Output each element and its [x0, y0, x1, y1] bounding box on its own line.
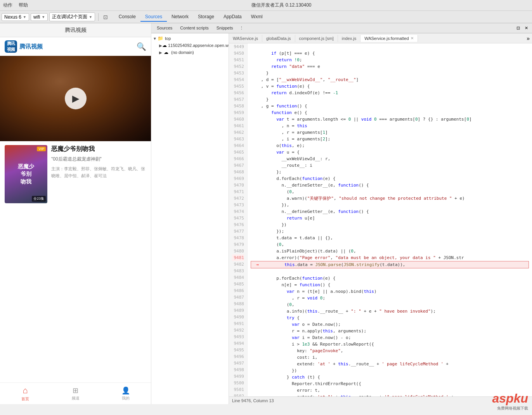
menu-bar: 动作 帮助 微信开发者工具 0.12.130400 — [0, 0, 532, 11]
tab-storage[interactable]: Storage — [193, 12, 219, 22]
status-text: Line 9476, Column 13 — [232, 398, 274, 403]
tab-network[interactable]: Network — [167, 12, 193, 22]
tree-item-top[interactable]: ▼ 📁 top — [151, 35, 229, 42]
devtools-body: ▼ 📁 top ▶ ☁ 1150254092.appservice.open.w… — [151, 33, 532, 404]
code-tab-component-label: component.js [sm] — [299, 36, 334, 41]
nav-home[interactable]: ⌂ 首页 — [0, 383, 50, 404]
nav-channel-label: 频道 — [72, 396, 80, 401]
device-chevron-icon: ▼ — [23, 15, 26, 19]
close-devtools-icon[interactable]: ✕ — [522, 25, 530, 31]
code-tab-index-label: index.js — [342, 36, 356, 41]
icon-cloud: ☁ — [162, 43, 167, 48]
device-label: Nexus 6 — [4, 14, 21, 20]
vip-badge: VIP — [37, 147, 46, 151]
label-appservice: 1150254092.appservice.open.weixin.qq.co.… — [168, 43, 229, 48]
main-area: 腾讯视频 腾讯视频 腾讯视频 🔍 ▶ — [0, 23, 532, 404]
video-title[interactable]: 恶魔少爷别吻我 — [51, 145, 146, 153]
search-icon[interactable]: 🔍 — [137, 42, 146, 51]
tab-appdata[interactable]: AppData — [219, 12, 246, 22]
tree-item-nodomain[interactable]: ▶ ☁ (no domain) — [151, 49, 229, 56]
tab-sources[interactable]: Sources — [140, 12, 167, 22]
icon-nodomain: ☁ — [164, 50, 170, 55]
channel-icon: ⊞ — [73, 386, 78, 395]
tree-icon-top: 📁 — [158, 36, 164, 41]
status-bar: Line 9476, Column 13 — [229, 396, 532, 404]
watermark-sub: 免费网络视频下载 — [497, 406, 528, 411]
menu-item-help[interactable]: 帮助 — [19, 2, 28, 9]
devtools-tabs: Console Sources Network Storage AppData … — [114, 12, 267, 22]
play-button[interactable]: ▶ — [65, 88, 87, 109]
tree-chevron-top: ▼ — [153, 36, 158, 41]
app-title-bar: 腾讯视频 — [0, 23, 151, 37]
code-tabs: WAService.js globalData.js component.js … — [229, 33, 532, 43]
code-tab-index[interactable]: index.js — [338, 35, 360, 42]
bottom-nav: ⌂ 首页 ⊞ 频道 👤 我的 — [0, 382, 151, 404]
tab-wxml[interactable]: Wxml — [246, 12, 267, 22]
app-logo-text: 腾讯视频 — [19, 43, 43, 50]
nav-profile-label: 我的 — [122, 396, 130, 401]
nav-profile[interactable]: 👤 我的 — [101, 383, 151, 404]
close-tab-icon[interactable]: ✕ — [411, 36, 414, 40]
dt-tab-snippets[interactable]: Snippets — [213, 25, 237, 32]
app-title: 腾讯视频 — [65, 27, 87, 34]
code-tab-globaldata[interactable]: globalData.js — [262, 35, 295, 42]
tree-item-appservice[interactable]: ▶ ☁ 1150254092.appservice.open.weixin.qq… — [151, 42, 229, 49]
video-card: 恶魔少 爷别 吻我 VIP 全23集 恶魔少爷别吻我 "00后霸道总裁宠虐神剧"… — [0, 141, 151, 207]
code-area: WAService.js globalData.js component.js … — [229, 33, 532, 404]
chevron-appservice: ▶ — [159, 43, 162, 48]
label-nodomain: (no domain) — [171, 50, 194, 55]
profile-icon: 👤 — [121, 386, 130, 395]
home-icon: ⌂ — [23, 386, 28, 396]
network-selector[interactable]: wifi ▼ — [31, 13, 48, 21]
code-tab-formatted-label: WAService.js:formatted — [364, 36, 409, 41]
code-tab-globaldata-label: globalData.js — [266, 36, 291, 41]
video-thumbnail[interactable]: 恶魔少 爷别 吻我 VIP 全23集 — [5, 145, 47, 203]
device-selector[interactable]: Nexus 6 ▼ — [2, 13, 29, 21]
window-title: 微信开发者工具 0.12.130400 — [251, 2, 311, 9]
code-tab-waservice-formatted[interactable]: WAService.js:formatted ✕ — [360, 35, 418, 42]
network-chevron-icon: ▼ — [42, 15, 45, 19]
episode-count-badge: 全23集 — [32, 196, 46, 202]
toolbar-separator — [98, 13, 99, 21]
watermark: aspku 免费网络视频下载 — [492, 391, 528, 411]
video-info: 恶魔少爷别吻我 "00后霸道总裁宠虐神剧" 主演：李宏毅、邢菲、张炯敏、符龙飞、… — [51, 145, 146, 179]
devtools-panel: Sources Content scripts Snippets ⋮ ⊡ ✕ ▼… — [151, 23, 532, 404]
video-desc: "00后霸道总裁宠虐神剧" — [51, 156, 146, 163]
chevron-nodomain: ▶ — [159, 50, 164, 55]
logo-icon: 腾讯视频 — [5, 40, 17, 53]
hero-overlay: ▶ — [0, 56, 151, 141]
thumb-text: 恶魔少 爷别 吻我 — [18, 163, 34, 186]
dt-tab-content-scripts[interactable]: Content scripts — [176, 25, 212, 32]
video-header: 腾讯视频 腾讯视频 🔍 — [0, 37, 151, 56]
sources-sidebar: ▼ 📁 top ▶ ☁ 1150254092.appservice.open.w… — [151, 33, 229, 404]
tree-label-top: top — [165, 36, 171, 41]
code-tab-component[interactable]: component.js [sm] — [295, 35, 338, 42]
nav-channel[interactable]: ⊞ 频道 — [50, 383, 101, 404]
devtools-inspect-icon[interactable]: ⊡ — [103, 14, 108, 20]
code-tab-waservice-label: WAService.js — [233, 36, 258, 41]
video-hero: ▶ — [0, 56, 151, 141]
network-label: wifi — [33, 14, 40, 20]
dt-tab-sources[interactable]: Sources — [153, 25, 176, 32]
app-content: 腾讯视频 腾讯视频 🔍 ▶ 恶魔少 爷别 吻我 VIP — [0, 37, 151, 382]
video-cast: 主演：李宏毅、邢菲、张炯敏、符龙飞、晓凡、张晓唯、屈中恒、郝泽、崔可法 — [51, 166, 146, 179]
tab-console[interactable]: Console — [114, 12, 140, 22]
page-chevron-icon: ▼ — [89, 15, 92, 19]
expand-icon[interactable]: ⊡ — [514, 25, 522, 31]
line-numbers: 9449945094519452 9453945494559456 945794… — [229, 43, 248, 396]
sources-tree: ▼ 📁 top ▶ ☁ 1150254092.appservice.open.w… — [151, 33, 229, 57]
menu-item-action[interactable]: 动作 — [3, 2, 12, 9]
code-editor[interactable]: 9449945094519452 9453945494559456 945794… — [229, 43, 532, 396]
dt-tab-more-icon[interactable]: ⋮ — [237, 25, 246, 31]
toolbar: Nexus 6 ▼ wifi ▼ 正在调试2个页面 ▼ ⊡ Console So… — [0, 11, 532, 23]
watermark-main: aspku — [492, 391, 528, 406]
nav-home-label: 首页 — [21, 396, 29, 402]
page-label: 正在调试2个页面 — [52, 14, 87, 20]
devtools-top-tabs: Sources Content scripts Snippets ⋮ ⊡ ✕ — [151, 23, 532, 33]
thumb-image: 恶魔少 爷别 吻我 — [5, 145, 47, 203]
code-lines: if (p[t] === e) { return !0; return "dat… — [248, 43, 532, 396]
tabs-more-icon[interactable]: » — [524, 35, 532, 42]
left-panel: 腾讯视频 腾讯视频 腾讯视频 🔍 ▶ — [0, 23, 151, 404]
page-selector[interactable]: 正在调试2个页面 ▼ — [49, 12, 95, 21]
code-tab-waservice[interactable]: WAService.js — [229, 35, 262, 42]
